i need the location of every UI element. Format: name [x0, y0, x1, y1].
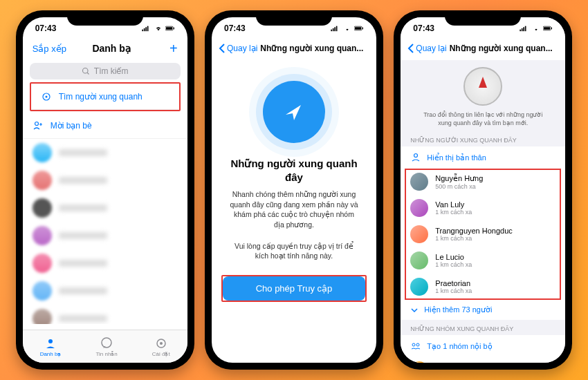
page-title: Danh bạ [67, 43, 157, 54]
group-avatar: S [410, 361, 428, 363]
person-icon [410, 152, 421, 163]
person-info: Nguyễn Hưng 500 m cách xa [435, 174, 555, 190]
person-distance: 500 m cách xa [435, 183, 555, 190]
signal-icon [520, 25, 529, 32]
avatar [33, 309, 52, 324]
tab-contacts[interactable]: Danh bạ [40, 336, 62, 357]
avatar [33, 171, 52, 190]
svg-point-7 [82, 68, 88, 74]
contact-item[interactable] [23, 249, 187, 277]
svg-rect-3 [147, 26, 148, 32]
show-more-button[interactable]: Hiện thêm 73 người [401, 300, 565, 320]
svg-point-14 [48, 339, 53, 343]
create-group-label: Tạo 1 nhóm nội bộ [427, 342, 492, 351]
contact-name-blurred [59, 149, 107, 156]
phone-mockup-1: 07:43 Sắp xếp Danh bạ + Tìm kiếm Tìm ngư… [16, 10, 194, 370]
nav-header: Quay lại Những người xung quan... [401, 37, 565, 60]
sort-button[interactable]: Sắp xếp [33, 44, 67, 54]
nearby-person[interactable]: Praetorian 1 km cách xa [401, 274, 565, 300]
svg-point-17 [160, 342, 163, 345]
show-more-label: Hiện thêm 73 người [424, 305, 492, 314]
person-distance: 1 km cách xa [435, 209, 555, 216]
person-info: Praetorian 1 km cách xa [435, 279, 555, 294]
nearby-person[interactable]: Trangnguyen Hongduc 1 km cách xa [401, 221, 565, 247]
tab-settings[interactable]: Cài đặt [152, 336, 170, 357]
svg-rect-20 [334, 27, 336, 31]
person-info: Le Lucio 1 km cách xa [435, 253, 555, 268]
hero-location-icon [263, 81, 325, 143]
person-name: Trangnguyen Hongduc [435, 227, 555, 235]
person-distance: 1 km cách xa [435, 235, 555, 242]
person-name: Praetorian [435, 279, 555, 287]
status-icons [331, 25, 364, 32]
notch [256, 10, 332, 26]
contact-item[interactable] [23, 139, 187, 167]
svg-point-11 [35, 122, 38, 125]
person-name: Nguyễn Hưng [435, 174, 555, 183]
svg-rect-19 [333, 28, 334, 31]
svg-point-32 [414, 154, 418, 158]
add-button[interactable]: + [157, 41, 178, 57]
nearby-person[interactable]: Van Luly 1 km cách xa [401, 195, 565, 221]
contact-item[interactable] [23, 305, 187, 324]
invite-friends-label: Mời bạn bè [50, 121, 92, 131]
contacts-icon [44, 336, 57, 350]
tab-bar: Danh bạ Tin nhắn Cài đặt [23, 330, 187, 363]
contact-item[interactable] [23, 167, 187, 194]
back-button[interactable]: Quay lại [219, 44, 257, 53]
nearby-person[interactable]: Nguyễn Hưng 500 m cách xa [401, 169, 565, 195]
invite-friends-button[interactable]: Mời bạn bè [23, 113, 187, 139]
contact-item[interactable] [23, 277, 187, 305]
svg-rect-21 [336, 26, 338, 32]
contact-item[interactable] [23, 194, 187, 222]
create-group-button[interactable]: Tạo 1 nhóm nội bộ [401, 335, 565, 357]
back-label: Quay lại [227, 44, 257, 53]
wifi-icon [154, 25, 163, 32]
contact-item[interactable] [23, 222, 187, 249]
settings-icon [154, 336, 168, 350]
page-title: Những người xung quan... [450, 44, 553, 53]
back-button[interactable]: Quay lại [407, 44, 446, 53]
content-scroll[interactable]: Trao đổi thông tin liên lạc với những ng… [401, 60, 565, 363]
avatar [410, 278, 428, 296]
chevron-left-icon [219, 44, 226, 53]
signal-icon [142, 25, 151, 32]
svg-rect-18 [331, 30, 332, 32]
avatar [410, 225, 428, 243]
show-self-button[interactable]: Hiển thị bản thân [401, 146, 565, 169]
find-nearby-button[interactable]: Tìm người xung quanh [31, 84, 179, 110]
search-input[interactable]: Tìm kiếm [30, 63, 181, 79]
page-title: Những người xung quan... [260, 44, 363, 53]
svg-point-10 [45, 95, 47, 97]
chevron-down-icon [410, 306, 419, 314]
svg-rect-1 [143, 28, 145, 31]
arrow-location-icon [280, 98, 308, 126]
hero-title: Những người xung quanh đây [212, 157, 376, 184]
hero-description-1: Nhanh chóng thêm những người xung quanh … [212, 184, 376, 236]
status-time: 07:43 [413, 23, 434, 33]
svg-rect-26 [522, 28, 523, 31]
highlight-box-nearby: Tìm người xung quanh [30, 82, 181, 111]
avatar [33, 281, 52, 301]
nearby-group[interactable]: S Sīn thanh 2 km cách xa, 42 thành viên [401, 357, 565, 363]
person-name: Van Luly [435, 200, 555, 209]
avatar [410, 199, 428, 217]
wifi-icon [531, 25, 541, 32]
allow-access-button[interactable]: Cho phép Truy cập [223, 276, 365, 301]
contact-name-blurred [59, 315, 107, 322]
contact-name-blurred [59, 205, 107, 211]
contact-name-blurred [59, 260, 107, 267]
nearby-person[interactable]: Le Lucio 1 km cách xa [401, 247, 565, 274]
person-info: Trangnguyen Hongduc 1 km cách xa [435, 227, 555, 242]
svg-rect-30 [544, 27, 550, 30]
messages-icon [100, 336, 113, 350]
nav-header: Sắp xếp Danh bạ + [23, 37, 187, 60]
phone-mockup-3: 07:43 Quay lại Những người xung quan... … [394, 10, 572, 370]
status-time: 07:43 [224, 23, 246, 33]
tab-messages[interactable]: Tin nhắn [95, 336, 117, 357]
screen-2: 07:43 Quay lại Những người xung quan... … [212, 17, 376, 363]
svg-rect-0 [142, 30, 143, 32]
search-placeholder: Tìm kiếm [94, 66, 129, 76]
contact-list[interactable] [23, 139, 187, 324]
svg-rect-24 [362, 28, 363, 30]
